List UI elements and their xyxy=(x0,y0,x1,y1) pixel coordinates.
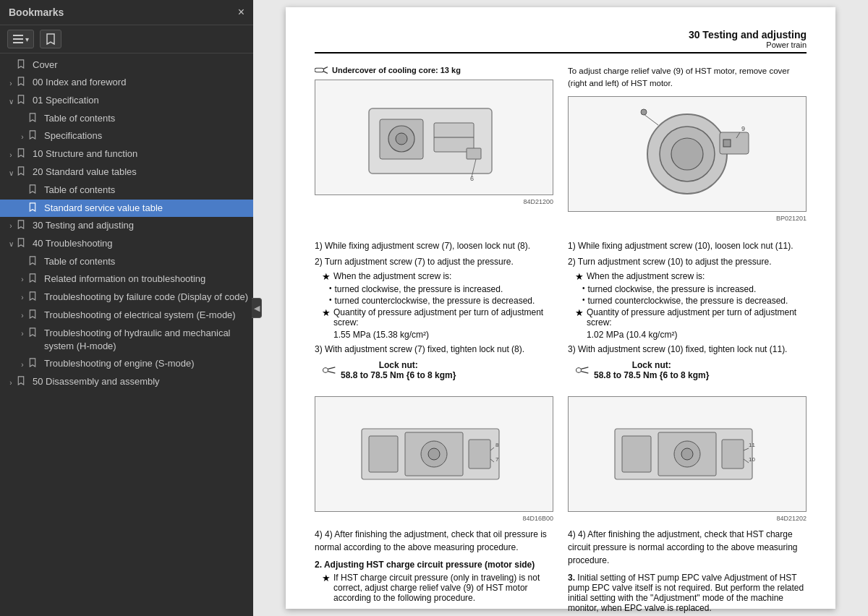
right-bullet-1: • turned clockwise, the pressure is incr… xyxy=(582,284,807,294)
middle-instructions: 1) While fixing adjustment screw (7), lo… xyxy=(315,239,807,385)
svg-rect-19 xyxy=(723,140,731,147)
svg-rect-39 xyxy=(622,436,651,472)
page-header: 30 Testing and adjusting Power train xyxy=(315,29,807,54)
sidebar-item-trouble-related[interactable]: ›Related information on troubleshooting xyxy=(0,270,253,288)
expand-btn-spec-specs[interactable]: › xyxy=(16,130,29,143)
expand-btn-trouble[interactable]: ∨ xyxy=(4,238,17,251)
left-instr-1-num: 1) xyxy=(315,241,323,251)
sidebar-label-stdval: 20 Standard value tables xyxy=(33,166,249,179)
expand-btn-spec[interactable]: ∨ xyxy=(4,95,17,108)
expand-btn-disassembly[interactable]: › xyxy=(4,376,17,389)
fig1-box: 6 xyxy=(315,80,553,195)
sidebar-item-stdval-ssvt[interactable]: Standard service value table xyxy=(0,200,253,217)
sidebar-label-trouble-elec: Troubleshooting of electrical system (E-… xyxy=(44,309,249,322)
sidebar-label-trouble-toc: Table of contents xyxy=(44,255,249,268)
sidebar-item-cover[interactable]: Cover xyxy=(0,56,253,74)
list-view-button[interactable]: ▾ xyxy=(7,30,34,48)
left-instr-2-num: 2) xyxy=(315,257,323,267)
left-instr-3: 3) With adjustment screw (7) fixed, tigh… xyxy=(315,343,553,356)
right-star2-val: 1.02 MPa (10.4 kg/cm²) xyxy=(587,330,807,340)
sidebar-item-stdval-toc[interactable]: Table of contents xyxy=(0,181,253,199)
right-star1: ★ When the adjustment screw is: xyxy=(575,271,807,282)
left-bullet-1: • turned clockwise, the pressure is incr… xyxy=(329,284,553,294)
sidebar-item-trouble-eng[interactable]: ›Troubleshooting of engine (S-mode) xyxy=(0,355,253,373)
sidebar-toolbar: ▾ xyxy=(0,25,253,54)
bookmark-icon-spec-toc xyxy=(29,113,41,124)
right-top-col: To adjust charge relief valve (9) of HST… xyxy=(568,65,807,228)
left-instr-1-text: While fixing adjustment screw (7), loose… xyxy=(325,241,530,251)
bookmark-icon-trouble-failcode xyxy=(29,291,41,303)
sidebar-label-spec-specs: Specifications xyxy=(44,129,249,142)
sidebar-label-stdval-toc: Table of contents xyxy=(44,184,249,197)
svg-point-17 xyxy=(671,138,703,170)
sidebar-item-idx[interactable]: ›00 Index and foreword xyxy=(0,74,253,92)
expand-btn-trouble-hyd[interactable]: › xyxy=(16,328,29,341)
expand-btn-testing[interactable]: › xyxy=(4,220,17,233)
sidebar-item-disassembly[interactable]: ›50 Disassembly and assembly xyxy=(0,373,253,391)
sidebar-label-idx: 00 Index and foreword xyxy=(33,76,249,89)
bookmark-icon-idx xyxy=(17,77,29,88)
svg-point-42 xyxy=(681,448,693,460)
left-instructions: 1) While fixing adjustment screw (7), lo… xyxy=(315,239,553,385)
right-instr-1-text: While fixing adjustment screw (10), loos… xyxy=(578,241,793,251)
expand-btn-stdval[interactable]: ∨ xyxy=(4,166,17,179)
sidebar-content[interactable]: Cover›00 Index and foreword∨01 Specifica… xyxy=(0,54,253,616)
sidebar-item-spec[interactable]: ∨01 Specification xyxy=(0,92,253,110)
sidebar-item-testing[interactable]: ›30 Testing and adjusting xyxy=(0,217,253,235)
sidebar: Bookmarks × ▾ Cover›00 Index and forewor… xyxy=(0,0,253,616)
svg-line-24 xyxy=(328,367,335,369)
svg-rect-2 xyxy=(13,42,23,43)
left-star1: ★ When the adjustment screw is: xyxy=(322,271,553,282)
expand-btn-trouble-related[interactable]: › xyxy=(16,273,29,286)
expand-btn-trouble-eng[interactable]: › xyxy=(16,358,29,371)
expand-btn-idx[interactable]: › xyxy=(4,77,17,90)
bookmark-icon-spec-specs xyxy=(29,130,41,142)
sidebar-label-trouble-related: Related information on troubleshooting xyxy=(44,273,249,286)
svg-rect-33 xyxy=(469,440,490,469)
svg-rect-43 xyxy=(722,440,744,469)
left-star3: ★ If HST charge circuit pressure (only i… xyxy=(322,573,553,603)
sidebar-item-trouble-elec[interactable]: ›Troubleshooting of electrical system (E… xyxy=(0,307,253,325)
sidebar-item-stdval[interactable]: ∨20 Standard value tables xyxy=(0,163,253,181)
sidebar-item-trouble-failcode[interactable]: ›Troubleshooting by failure code (Displa… xyxy=(0,288,253,307)
svg-line-25 xyxy=(328,371,335,373)
fig2-box: 9 xyxy=(568,96,807,212)
sidebar-item-struct[interactable]: ›10 Structure and function xyxy=(0,145,253,163)
expand-btn-trouble-failcode[interactable]: › xyxy=(16,291,29,304)
right-instr-2-num: 2) xyxy=(568,257,576,267)
sidebar-label-spec: 01 Specification xyxy=(33,94,249,107)
collapse-sidebar-button[interactable]: ◀ xyxy=(252,298,262,318)
bookmark-icon xyxy=(45,33,56,45)
svg-text:9: 9 xyxy=(741,125,745,132)
fig1-id: 84D21200 xyxy=(315,198,553,205)
bookmark-icon-trouble-toc xyxy=(29,256,41,268)
bookmark-icon-stdval-ssvt xyxy=(29,202,41,214)
expand-btn-trouble-elec[interactable]: › xyxy=(16,309,29,322)
right-instr-3: 3) With adjustment screw (10) fixed, tig… xyxy=(568,343,807,356)
sidebar-item-trouble-hyd[interactable]: ›Troubleshooting of hydraulic and mechan… xyxy=(0,325,253,355)
sidebar-item-trouble[interactable]: ∨40 Troubleshooting xyxy=(0,235,253,253)
sidebar-label-stdval-ssvt: Standard service value table xyxy=(44,202,249,215)
page-area[interactable]: 30 Testing and adjusting Power train Und… xyxy=(253,0,868,616)
sidebar-item-trouble-toc[interactable]: Table of contents xyxy=(0,253,253,270)
svg-line-5 xyxy=(324,72,328,74)
bookmark-view-button[interactable] xyxy=(40,30,61,48)
sidebar-item-spec-specs[interactable]: ›Specifications xyxy=(0,127,253,145)
dropdown-arrow: ▾ xyxy=(25,35,29,43)
sidebar-label-disassembly: 50 Disassembly and assembly xyxy=(33,375,249,388)
svg-text:7: 7 xyxy=(495,456,499,463)
svg-line-22 xyxy=(644,114,658,125)
svg-line-26 xyxy=(581,367,588,369)
fig4-id: 84D21202 xyxy=(568,515,807,522)
expand-btn-struct[interactable]: › xyxy=(4,148,17,161)
left-locknut-box: Lock nut: 58.8 to 78.5 Nm {6 to 8 kgm} xyxy=(322,360,553,380)
right-locknut-box: Lock nut: 58.8 to 78.5 Nm {6 to 8 kgm} xyxy=(575,360,807,380)
bookmark-icon-testing xyxy=(17,220,29,231)
main-content: 30 Testing and adjusting Power train Und… xyxy=(253,0,868,616)
top-figures: Undercover of cooling core: 13 kg xyxy=(315,65,807,228)
sidebar-close-button[interactable]: × xyxy=(238,6,244,19)
sidebar-item-spec-toc[interactable]: Table of contents xyxy=(0,110,253,127)
fig1-label: Undercover of cooling core: 13 kg xyxy=(315,65,553,75)
document-page: 30 Testing and adjusting Power train Und… xyxy=(286,7,835,609)
adj-hst-label: 2. Adjusting HST charge circuit pressure… xyxy=(315,560,553,570)
